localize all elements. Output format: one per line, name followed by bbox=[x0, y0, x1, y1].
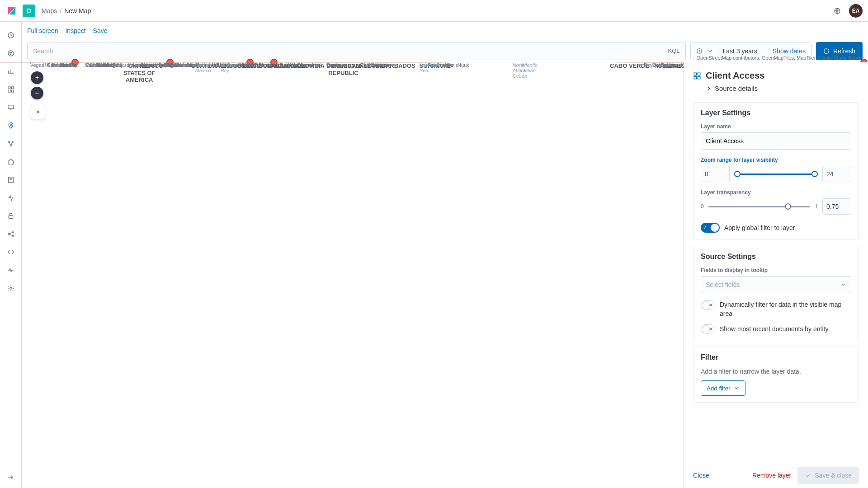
zoom-range-slider[interactable] bbox=[734, 169, 818, 178]
svg-point-12 bbox=[8, 141, 9, 143]
add-filter-button[interactable]: Add filter bbox=[701, 380, 745, 396]
nav-discover-icon[interactable] bbox=[5, 48, 16, 59]
svg-point-19 bbox=[12, 235, 14, 237]
transparency-slider[interactable] bbox=[708, 202, 811, 211]
svg-point-11 bbox=[10, 124, 11, 125]
search-input[interactable]: Search KQL bbox=[27, 42, 686, 60]
nav-monitoring-icon[interactable] bbox=[5, 265, 16, 276]
space-selector[interactable]: D bbox=[23, 5, 35, 17]
svg-rect-16 bbox=[9, 216, 13, 219]
newsfeed-icon[interactable] bbox=[832, 5, 843, 16]
range-max-label: 1 bbox=[815, 203, 818, 210]
svg-marker-5 bbox=[9, 52, 12, 54]
layer-icon bbox=[693, 72, 701, 80]
city-label: Boston bbox=[326, 62, 342, 68]
transparency-value-input[interactable]: 0.75 bbox=[822, 198, 851, 215]
city-label: Mazatlán bbox=[85, 62, 105, 68]
clock-icon bbox=[696, 48, 703, 54]
svg-point-22 bbox=[37, 111, 39, 113]
dynamic-filter-toggle[interactable]: ✕ bbox=[701, 300, 715, 310]
breadcrumb-app[interactable]: Maps bbox=[42, 7, 57, 14]
filter-section: Filter Add a filter to narrow the layer … bbox=[693, 347, 859, 403]
tooltip-fields-select[interactable]: Select fields bbox=[701, 276, 851, 293]
layer-name-input[interactable] bbox=[701, 132, 851, 150]
section-heading: Filter bbox=[701, 353, 851, 361]
chevron-down-icon bbox=[840, 282, 846, 288]
add-filter-label: Add filter bbox=[707, 385, 731, 392]
svg-point-13 bbox=[12, 141, 13, 143]
chevron-down-icon bbox=[707, 48, 713, 54]
fullscreen-link[interactable]: Full screen bbox=[27, 27, 58, 34]
city-label: Nuuk bbox=[458, 62, 469, 68]
save-close-label: Save & close bbox=[815, 472, 852, 479]
nav-visualize-icon[interactable] bbox=[5, 66, 16, 77]
remove-layer-button[interactable]: Remove layer bbox=[752, 472, 791, 479]
nav-recent-icon[interactable] bbox=[5, 30, 16, 41]
nav-collapse-icon[interactable] bbox=[5, 472, 16, 483]
svg-rect-25 bbox=[698, 73, 700, 75]
user-avatar[interactable]: EA bbox=[849, 4, 863, 18]
field-label: Zoom range for layer visibility bbox=[701, 157, 851, 163]
zoom-out-button[interactable] bbox=[31, 87, 43, 99]
city-label: Atlanta bbox=[237, 62, 253, 68]
nav-dev-icon[interactable] bbox=[5, 247, 16, 258]
panel-footer: Close Remove layer Save & close bbox=[684, 462, 868, 488]
svg-point-4 bbox=[8, 51, 14, 56]
filter-description: Add a filter to narrow the layer data. bbox=[701, 368, 851, 375]
toggle-label: Show most recent documents by entity bbox=[720, 325, 828, 333]
nav-maps-icon[interactable] bbox=[5, 120, 16, 131]
svg-rect-7 bbox=[11, 87, 14, 89]
svg-rect-6 bbox=[8, 87, 10, 89]
select-placeholder: Select fields bbox=[706, 281, 740, 288]
section-heading: Source Settings bbox=[701, 253, 851, 261]
kql-toggle[interactable]: KQL bbox=[668, 47, 680, 54]
svg-rect-24 bbox=[694, 73, 696, 75]
water-label: LabradorSea bbox=[420, 62, 439, 73]
close-button[interactable]: Close bbox=[693, 472, 709, 479]
nav-infra-icon[interactable] bbox=[5, 156, 16, 167]
chevron-down-icon bbox=[733, 385, 740, 391]
kibana-logo-icon[interactable] bbox=[5, 5, 18, 17]
time-range-label: Last 3 years bbox=[723, 47, 757, 55]
city-label: Raleigh bbox=[280, 62, 297, 68]
source-details-toggle[interactable]: Source details bbox=[706, 84, 859, 92]
breadcrumb-separator: / bbox=[60, 7, 61, 14]
zoom-min-input[interactable]: 0 bbox=[701, 166, 730, 182]
city-label: Vegas bbox=[30, 62, 44, 68]
show-dates-link[interactable]: Show dates bbox=[773, 47, 806, 55]
city-label: Hermosillo bbox=[52, 62, 75, 68]
svg-point-20 bbox=[10, 287, 12, 289]
apply-global-filter-toggle[interactable]: ✓ bbox=[701, 223, 720, 233]
nav-canvas-icon[interactable] bbox=[5, 102, 16, 113]
main-area: Full screen Inspect Save Search KQL Last… bbox=[22, 22, 868, 488]
nav-security-icon[interactable] bbox=[5, 211, 16, 221]
source-settings-section: Source Settings Fields to display in too… bbox=[693, 246, 859, 340]
layer-settings-section: Layer Settings Layer name Zoom range for… bbox=[693, 102, 859, 239]
city-label: Ciudad de México bbox=[140, 62, 180, 68]
fit-bounds-button[interactable] bbox=[31, 105, 45, 119]
country-label: CABO VERDE bbox=[610, 62, 649, 70]
zoom-in-button[interactable] bbox=[31, 71, 43, 84]
nav-apm-icon[interactable] bbox=[5, 192, 16, 203]
range-min-label: 0 bbox=[701, 203, 704, 210]
water-label: Gulf ofMexico bbox=[195, 62, 211, 73]
side-nav bbox=[0, 22, 22, 488]
inspect-link[interactable]: Inspect bbox=[65, 27, 85, 34]
source-details-label: Source details bbox=[715, 84, 758, 92]
breadcrumb-page: New Map bbox=[64, 7, 91, 14]
nav-graph-icon[interactable] bbox=[5, 229, 16, 239]
nav-dashboard-icon[interactable] bbox=[5, 84, 16, 95]
nav-ml-icon[interactable] bbox=[5, 138, 16, 149]
section-heading: Layer Settings bbox=[701, 109, 851, 117]
save-close-button[interactable]: Save & close bbox=[797, 467, 859, 484]
svg-rect-9 bbox=[11, 90, 14, 92]
nav-logs-icon[interactable] bbox=[5, 174, 16, 185]
toggle-label: Dynamically filter for data in the visib… bbox=[720, 300, 851, 318]
save-link[interactable]: Save bbox=[93, 27, 108, 34]
zoom-max-input[interactable]: 24 bbox=[822, 166, 851, 182]
show-recent-toggle[interactable]: ✕ bbox=[701, 324, 715, 333]
field-label: Layer transparency bbox=[701, 189, 851, 196]
city-label: Guadalajara bbox=[102, 62, 129, 68]
field-label: Fields to display in tooltip bbox=[701, 267, 851, 273]
nav-management-icon[interactable] bbox=[5, 283, 16, 294]
